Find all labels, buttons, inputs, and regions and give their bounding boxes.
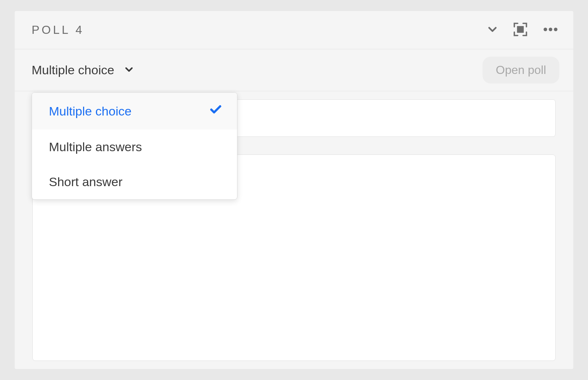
check-icon [209,103,222,119]
dropdown-option-label: Multiple choice [49,104,132,118]
poll-toolbar: Multiple choice Open poll Multiple choic… [15,49,573,91]
fullscreen-button[interactable] [512,21,528,39]
svg-point-2 [549,28,552,31]
poll-type-selector[interactable]: Multiple choice [32,63,135,77]
poll-panel: POLL 4 Multiple choice [15,11,573,369]
fullscreen-icon [512,21,528,39]
dropdown-option-short-answer[interactable]: Short answer [32,164,237,199]
chevron-down-icon [486,23,499,37]
svg-point-3 [554,28,557,31]
dropdown-option-multiple-answers[interactable]: Multiple answers [32,129,237,164]
poll-type-label: Multiple choice [32,63,114,77]
dropdown-option-label: Short answer [49,175,122,189]
poll-panel-header: POLL 4 [15,11,573,49]
collapse-button[interactable] [486,23,499,37]
more-horizontal-icon [542,21,559,39]
dropdown-option-multiple-choice[interactable]: Multiple choice [32,93,237,129]
poll-type-dropdown: Multiple choice Multiple answers Short a… [32,92,237,200]
open-poll-button[interactable]: Open poll [483,57,559,84]
more-options-button[interactable] [542,21,559,39]
panel-title: POLL 4 [32,23,486,37]
svg-point-1 [544,28,547,31]
header-icons [486,21,559,39]
chevron-down-icon [123,64,135,77]
svg-rect-0 [517,26,524,33]
dropdown-option-label: Multiple answers [49,140,142,154]
